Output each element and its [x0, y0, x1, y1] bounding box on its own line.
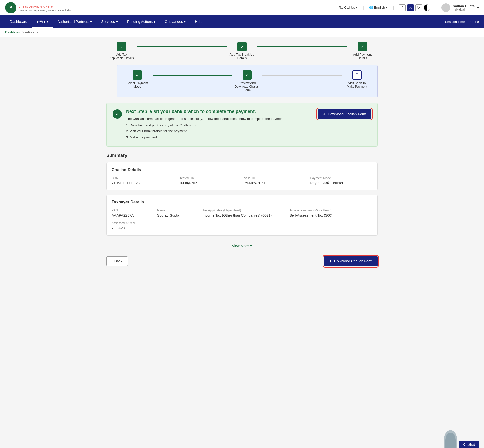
- nav-dashboard[interactable]: Dashboard: [5, 15, 32, 28]
- pan-label: PAN: [112, 209, 153, 212]
- top-actions: 📞 Call Us ▾ | 🌐 English ▾ | A A A+ | Sou…: [339, 3, 479, 12]
- step-1: ✓ Add Tax Applicable Details: [106, 42, 137, 60]
- payment-type-value: Self-Assessment Tax (300): [290, 213, 372, 217]
- pan-item: PAN AAAPA2267A: [112, 209, 153, 217]
- payment-mode-label: Payment Mode: [310, 176, 373, 180]
- font-large-btn[interactable]: A+: [415, 4, 422, 11]
- user-type: Individual: [453, 8, 475, 11]
- taxpayer-grid-1: PAN AAAPA2267A Name Sourav Gupta Tax App…: [112, 209, 372, 217]
- inner-step-connector-1: [153, 75, 232, 76]
- globe-icon: 🌐: [369, 6, 373, 9]
- step-2-label: Add Tax Break Up Details: [229, 53, 255, 60]
- chevron-down-icon: ▾: [116, 19, 118, 24]
- inner-stepper-box: ✓ Select Payment Mode ✓ Preview And Down…: [117, 65, 378, 97]
- language-selector[interactable]: 🌐 English ▾: [369, 6, 388, 9]
- created-label: Created On: [178, 176, 240, 180]
- success-left: ✓ Next Step, visit your bank branch to c…: [113, 109, 285, 140]
- inner-step-1: ✓ Select Payment Mode: [122, 70, 153, 88]
- summary-title: Summary: [106, 153, 378, 158]
- session-time: Session Time 1 4 : 1 9: [445, 20, 479, 24]
- logo-emblem: 🏛: [5, 2, 16, 13]
- back-button[interactable]: ‹ Back: [106, 256, 128, 266]
- success-title: Next Step, visit your bank branch to com…: [126, 109, 285, 114]
- user-chevron-icon: ▾: [477, 6, 479, 10]
- payment-type-label: Type of Payment (Minor Head): [290, 209, 372, 212]
- chevron-down-icon: ▾: [184, 19, 186, 24]
- inner-step-2-label: Preview And Download Challan Form: [234, 81, 260, 92]
- inner-step-connector-2: [262, 75, 342, 76]
- nav-pending-actions[interactable]: Pending Actions ▾: [122, 15, 160, 28]
- assessment-year-value: 2019-20: [112, 226, 176, 230]
- step-3-circle: ✓: [358, 42, 367, 51]
- crn-value: 21051000000023: [112, 181, 174, 185]
- chevron-down-icon: ▾: [386, 6, 388, 9]
- created-value: 10-May-2021: [178, 181, 240, 185]
- step-connector-2: [257, 46, 347, 47]
- inner-step-2: ✓ Preview And Download Challan Form: [232, 70, 262, 92]
- chevron-left-icon: ‹: [112, 259, 113, 263]
- inner-stepper: ✓ Select Payment Mode ✓ Preview And Down…: [122, 70, 372, 92]
- success-content: Next Step, visit your bank branch to com…: [126, 109, 285, 140]
- user-info: Sourav Gupta Individual: [453, 4, 475, 11]
- user-area: Sourav Gupta Individual ▾: [441, 3, 479, 12]
- success-step-3: 3. Make the payment: [126, 134, 285, 140]
- step-2: ✓ Add Tax Break Up Details: [227, 42, 257, 60]
- nav-bar: Dashboard e-File ▾ Authorised Partners ▾…: [0, 15, 484, 28]
- success-card: ✓ Next Step, visit your bank branch to c…: [106, 103, 378, 147]
- inner-step-3: C Visit Bank To Make Payment: [342, 70, 372, 88]
- valid-label: Valid Till: [244, 176, 306, 180]
- inner-step-1-label: Select Payment Mode: [124, 81, 150, 88]
- success-step-2: 2. Visit your bank branch for the paymen…: [126, 128, 285, 134]
- bottom-download-btn[interactable]: ⬇ Download Challan Form: [324, 256, 378, 266]
- taxpayer-grid-2: Assessment Year 2019-20: [112, 221, 372, 230]
- font-controls: A A A+: [399, 4, 430, 11]
- assessment-year-label: Assessment Year: [112, 221, 176, 225]
- pan-value: AAAPA2267A: [112, 213, 153, 217]
- step-1-label: Add Tax Applicable Details: [109, 53, 134, 60]
- step-3-label: Add Payment Details: [350, 53, 375, 60]
- taxpayer-section-title: Taxpayer Details: [112, 200, 372, 205]
- inner-step-1-circle: ✓: [133, 70, 142, 80]
- nav-authorised-partners[interactable]: Authorised Partners ▾: [53, 15, 97, 28]
- logo-efiling: e-Filing Anywhere Anytime: [19, 4, 71, 9]
- assessment-year-item: Assessment Year 2019-20: [112, 221, 176, 230]
- inner-step-3-label: Visit Bank To Make Payment: [344, 81, 370, 88]
- font-small-btn[interactable]: A: [399, 4, 406, 11]
- tax-applicable-item: Tax Applicable (Major Head) Income Tax (…: [203, 209, 285, 217]
- challan-details-grid: CRN 21051000000023 Created On 10-May-202…: [112, 176, 372, 185]
- call-us-link[interactable]: 📞 Call Us ▾: [339, 6, 358, 9]
- name-label: Name: [157, 209, 199, 212]
- download-icon: ⬇: [323, 112, 326, 116]
- step-3: ✓ Add Payment Details: [347, 42, 378, 60]
- challan-section-title: Challan Details: [112, 168, 372, 172]
- breadcrumb: Dashboard > e-Pay Tax: [0, 28, 484, 37]
- font-medium-btn[interactable]: A: [407, 4, 414, 11]
- success-description: The Challan Form has been generated succ…: [126, 117, 285, 121]
- valid-value: 25-May-2021: [244, 181, 306, 185]
- chevron-down-icon: ▾: [154, 19, 155, 24]
- chevron-down-icon: ▾: [47, 19, 48, 23]
- logo-area: 🏛 e-Filing Anywhere Anytime Income Tax D…: [5, 2, 71, 13]
- name-item: Name Sourav Gupta: [157, 209, 199, 217]
- created-item: Created On 10-May-2021: [178, 176, 240, 185]
- nav-services[interactable]: Services ▾: [97, 15, 122, 28]
- nav-help[interactable]: Help: [190, 15, 207, 28]
- contrast-btn[interactable]: [424, 4, 430, 11]
- tax-applicable-label: Tax Applicable (Major Head): [203, 209, 285, 212]
- step-2-circle: ✓: [237, 42, 247, 51]
- main-content: ✓ Add Tax Applicable Details ✓ Add Tax B…: [101, 37, 383, 276]
- top-bar: 🏛 e-Filing Anywhere Anytime Income Tax D…: [0, 0, 484, 15]
- crn-label: CRN: [112, 176, 174, 180]
- success-download-area: ⬇ Download Challan Form: [318, 109, 371, 119]
- nav-efile[interactable]: e-File ▾: [32, 15, 53, 28]
- nav-grievances[interactable]: Grievances ▾: [160, 15, 190, 28]
- success-step-1: 1. Download and print a copy of the Chal…: [126, 122, 285, 128]
- breadcrumb-home[interactable]: Dashboard: [5, 30, 22, 34]
- success-download-btn[interactable]: ⬇ Download Challan Form: [318, 109, 371, 119]
- view-more-link[interactable]: View More ▾: [106, 240, 378, 252]
- payment-mode-value: Pay at Bank Counter: [310, 181, 373, 185]
- name-value: Sourav Gupta: [157, 213, 199, 217]
- breadcrumb-current: e-Pay Tax: [25, 30, 40, 34]
- challan-details-card: Challan Details CRN 21051000000023 Creat…: [106, 162, 378, 190]
- inner-step-2-circle: ✓: [243, 70, 252, 80]
